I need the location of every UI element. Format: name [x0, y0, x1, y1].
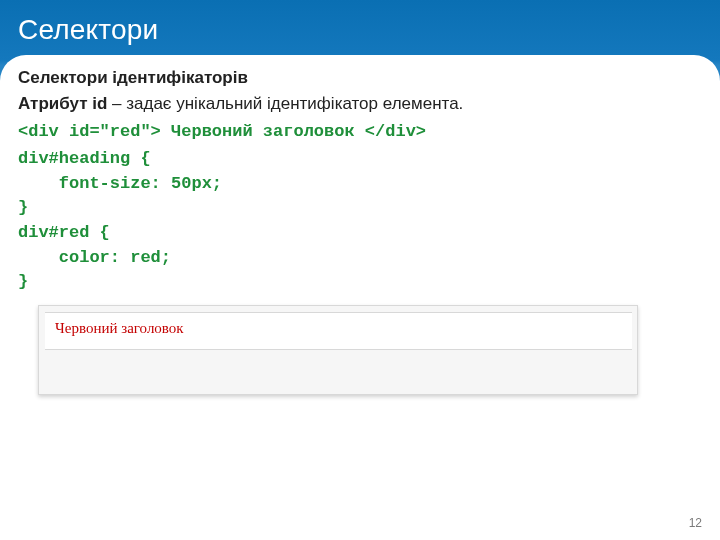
desc-prefix: Атрибут [18, 94, 92, 113]
example-text: Червоний заголовок [55, 320, 184, 336]
desc-suffix: – задає унікальний ідентифікатор елемент… [107, 94, 463, 113]
slide: Селектори Селектори ідентифікаторів Атри… [0, 0, 720, 540]
desc-attr: id [92, 94, 107, 113]
example-inner: Червоний заголовок [45, 312, 632, 350]
slide-title: Селектори [18, 14, 158, 46]
section-subtitle: Селектори ідентифікаторів [18, 68, 702, 88]
code-html-line: <div id="red"> Червоний заголовок </div> [18, 122, 702, 141]
slide-content: Селектори ідентифікаторів Атрибут id – з… [18, 68, 702, 395]
example-screenshot: Червоний заголовок [38, 305, 638, 395]
description-line: Атрибут id – задає унікальний ідентифіка… [18, 94, 702, 114]
page-number: 12 [689, 516, 702, 530]
code-css-block: div#heading { font-size: 50px; } div#red… [18, 147, 702, 295]
